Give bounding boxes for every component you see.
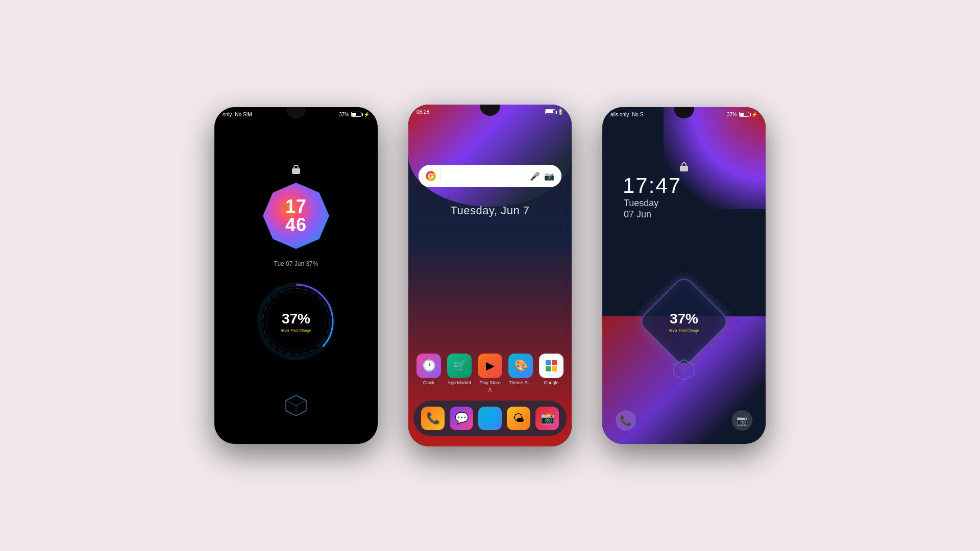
diamond-charge-widget: 37% vivo FlashCharge bbox=[643, 281, 725, 362]
flash-text-left: FlashCharge bbox=[290, 329, 311, 332]
lock-shape-right bbox=[680, 162, 688, 171]
grid-red bbox=[552, 360, 557, 365]
status-icons: 🔋 bbox=[545, 109, 564, 115]
lock-icon-right bbox=[680, 162, 688, 171]
phone-shortcut-left[interactable]: 📞 bbox=[616, 410, 636, 431]
app-playstore[interactable]: ▶ Play Store bbox=[476, 354, 504, 385]
grid-yellow bbox=[552, 366, 557, 371]
center-screen: 08:28 🔋 G 🎤 📷 Tuesday, Jun 7 🕐 Clock 🛒 bbox=[408, 105, 572, 446]
mic-icon[interactable]: 🎤 bbox=[530, 171, 540, 181]
diamond-percent: 37% bbox=[669, 311, 699, 327]
right-screen: alls only No S 37% ⚡ 17:47 Tuesday 07 Ju… bbox=[602, 107, 766, 444]
battery-right-text: 37% bbox=[727, 112, 737, 117]
dock-phone[interactable]: 📞 bbox=[421, 407, 445, 430]
svg-line-7 bbox=[296, 400, 306, 406]
google-grid bbox=[544, 358, 559, 373]
app-google[interactable]: Google bbox=[537, 354, 566, 385]
clock-app-icon: 🕐 bbox=[416, 354, 441, 378]
vivo-text-left: vivo bbox=[281, 328, 289, 333]
bolt-icon-right: ⚡ bbox=[751, 112, 757, 117]
playstore-icon: ▶ bbox=[478, 354, 502, 378]
charge-percent-left: 37% bbox=[281, 311, 311, 327]
app-clock[interactable]: 🕐 Clock bbox=[414, 354, 443, 385]
flash-text-right: FlashCharge bbox=[678, 329, 699, 332]
right-clock-day: Tuesday bbox=[624, 198, 658, 209]
themestore-label: Theme St... bbox=[506, 380, 535, 385]
svg-line-8 bbox=[286, 400, 296, 406]
vivo-text-right: vivo bbox=[669, 328, 677, 333]
bolt-icon: ⚡ bbox=[363, 112, 370, 117]
lock-shape bbox=[292, 165, 300, 174]
app-appmarket[interactable]: 🛒 App Market bbox=[445, 354, 474, 385]
google-app-icon bbox=[539, 354, 564, 378]
right-clock-date: 07 Jun bbox=[624, 209, 651, 220]
status-left-right: alls only No S bbox=[610, 112, 643, 117]
time-display: 08:28 bbox=[416, 109, 429, 115]
lens-icon[interactable]: 📷 bbox=[544, 171, 554, 181]
signal-right: alls only bbox=[610, 112, 629, 117]
cube-svg bbox=[283, 393, 309, 418]
playstore-label: Play Store bbox=[476, 380, 504, 385]
dock-camera[interactable]: 📸 bbox=[535, 407, 559, 430]
signal-text: only bbox=[223, 112, 232, 117]
clock-app-label: Clock bbox=[414, 380, 443, 385]
themestore-icon: 🎨 bbox=[508, 354, 533, 378]
battery-full-icon: 🔋 bbox=[557, 109, 564, 115]
svg-marker-5 bbox=[286, 395, 306, 406]
clock-minute: 46 bbox=[285, 216, 307, 234]
cube-svg-right bbox=[671, 357, 697, 383]
bottom-dock: 📞 💬 🌐 🌤 📸 bbox=[413, 400, 567, 436]
status-right: 37% ⚡ bbox=[339, 112, 370, 117]
vivo-flash-label-left: vivo FlashCharge bbox=[281, 328, 311, 333]
dock-weather[interactable]: 🌤 bbox=[507, 407, 530, 430]
battery-icon-center bbox=[545, 109, 555, 114]
appmarket-icon: 🛒 bbox=[447, 354, 472, 378]
grid-blue bbox=[546, 360, 551, 365]
sim-text: No SIM bbox=[235, 112, 252, 117]
vivo-cube-logo-left bbox=[283, 393, 309, 418]
wallpaper-accent bbox=[408, 105, 572, 207]
app-themestore[interactable]: 🎨 Theme St... bbox=[506, 354, 535, 385]
status-time: 08:28 bbox=[416, 109, 429, 115]
search-bar[interactable]: G 🎤 📷 bbox=[419, 165, 561, 187]
svg-marker-10 bbox=[674, 360, 694, 370]
dock-messages[interactable]: 💬 bbox=[450, 407, 473, 430]
battery-icon-right bbox=[739, 112, 749, 117]
swipe-handle: ∧ bbox=[487, 385, 493, 393]
dock-browser[interactable]: 🌐 bbox=[478, 407, 502, 430]
date-center: Tuesday, Jun 7 bbox=[408, 204, 572, 217]
google-logo: G bbox=[426, 171, 436, 181]
right-clock-time: 17:47 bbox=[623, 173, 681, 198]
lock-icon bbox=[290, 163, 302, 176]
date-display-left: Tue 07 Jun 37% bbox=[214, 260, 378, 267]
lock-body-right bbox=[680, 166, 688, 171]
status-left: only No SIM bbox=[223, 112, 252, 117]
battery-text: 37% bbox=[339, 112, 349, 117]
status-right-right: 37% ⚡ bbox=[727, 112, 757, 117]
clock-blob-widget: 17 46 bbox=[263, 183, 329, 249]
google-app-label: Google bbox=[537, 380, 566, 385]
battery-icon bbox=[351, 112, 361, 117]
diamond-content: 37% vivo FlashCharge bbox=[669, 311, 699, 333]
vivo-flash-right: vivo FlashCharge bbox=[669, 328, 699, 333]
lock-body bbox=[292, 168, 300, 174]
phone-center: 08:28 🔋 G 🎤 📷 Tuesday, Jun 7 🕐 Clock 🛒 bbox=[408, 105, 572, 446]
charging-ring-widget: 37% vivo FlashCharge bbox=[255, 281, 337, 362]
vivo-cube-logo-right bbox=[671, 357, 697, 383]
charge-center: 37% vivo FlashCharge bbox=[281, 311, 311, 333]
grid-green bbox=[546, 366, 551, 371]
camera-shortcut-right[interactable]: 📷 bbox=[732, 410, 752, 431]
appmarket-label: App Market bbox=[445, 380, 474, 385]
sim-right: No S bbox=[632, 112, 643, 117]
phone-right: alls only No S 37% ⚡ 17:47 Tuesday 07 Ju… bbox=[602, 107, 766, 444]
phone-left: only No SIM 37% ⚡ 17 46 Tue 07 bbox=[214, 107, 378, 444]
left-screen: only No SIM 37% ⚡ 17 46 Tue 07 bbox=[214, 107, 378, 444]
clock-hour: 17 bbox=[285, 197, 307, 216]
search-divider bbox=[440, 170, 440, 182]
app-row: 🕐 Clock 🛒 App Market ▶ Play Store 🎨 Them… bbox=[413, 354, 567, 385]
clock-time-display: 17 46 bbox=[285, 197, 307, 234]
